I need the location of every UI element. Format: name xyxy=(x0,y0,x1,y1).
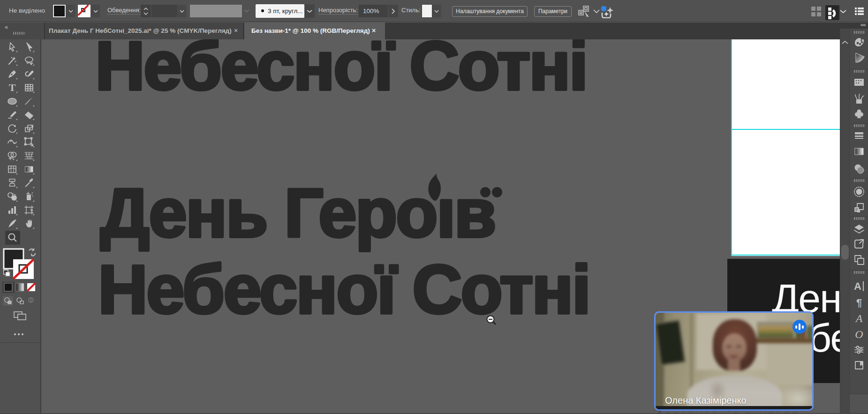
svg-text:A: A xyxy=(855,312,863,324)
svg-text:A: A xyxy=(854,280,861,292)
svg-text:O: O xyxy=(855,328,863,340)
svg-text:T: T xyxy=(9,82,16,93)
svg-text:Небесної Сотні: Небесної Сотні xyxy=(98,251,589,328)
svg-text:¶: ¶ xyxy=(856,297,862,309)
svg-text:Небесної Сотні: Небесної Сотні xyxy=(95,39,587,104)
